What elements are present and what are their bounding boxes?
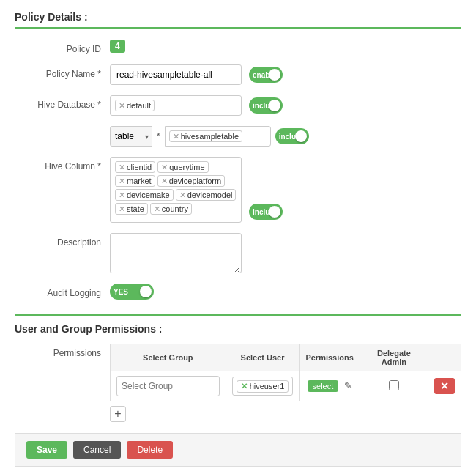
delete-row-button[interactable]: ✕	[434, 378, 455, 394]
audit-logging-toggle[interactable]: YES	[110, 284, 154, 300]
column-tag-value: clientid	[127, 163, 152, 171]
hive-column-wrap: ✕clientid✕querytime✕market✕deviceplatfor…	[110, 157, 283, 223]
col-select-group: Select Group	[111, 344, 226, 371]
table-wrap: table * ✕ hivesampletable include	[110, 126, 309, 147]
column-tag-value: state	[127, 204, 144, 213]
column-tag: ✕clientid	[115, 161, 155, 173]
col-permissions: Permissions	[300, 344, 360, 371]
user-tag: ✕ hiveuser1	[237, 380, 289, 393]
save-button[interactable]: Save	[26, 441, 67, 459]
table-row: table * ✕ hivesampletable include	[15, 126, 461, 147]
table-name-tag-remove[interactable]: ✕	[173, 133, 179, 141]
col-delegate-admin: Delegate Admin	[360, 344, 428, 371]
audit-logging-wrap: YES	[110, 284, 154, 300]
table-type-select[interactable]: table	[115, 131, 145, 141]
column-tag: ✕market	[115, 175, 155, 187]
policy-id-row: Policy ID 4	[15, 40, 461, 54]
column-tag-value: querytime	[169, 163, 204, 171]
column-tag-remove[interactable]: ✕	[119, 163, 125, 171]
permissions-section: User and Group Permissions : Permissions…	[15, 314, 461, 422]
delegate-cell	[360, 371, 428, 401]
enabled-toggle[interactable]: enabled	[249, 67, 283, 83]
hive-column-row: Hive Column * ✕clientid✕querytime✕market…	[15, 157, 461, 223]
table-star: *	[157, 131, 160, 141]
table-include-knob	[295, 130, 307, 142]
column-tag-remove[interactable]: ✕	[119, 191, 125, 199]
description-textarea[interactable]	[110, 233, 242, 273]
edit-permissions-icon[interactable]: ✎	[344, 380, 352, 391]
audit-logging-text: YES	[114, 288, 128, 296]
audit-logging-label: Audit Logging	[15, 284, 110, 298]
column-tag-value: country	[162, 204, 188, 213]
database-include-toggle[interactable]: include	[249, 97, 283, 114]
hive-database-tag-remove[interactable]: ✕	[119, 102, 125, 110]
table-name-tag-value: hivesampletable	[181, 132, 239, 141]
column-include-toggle[interactable]: include	[249, 204, 283, 220]
policy-details-title: Policy Details :	[15, 11, 461, 29]
column-tag-remove[interactable]: ✕	[154, 205, 160, 213]
audit-logging-knob	[140, 286, 152, 297]
permissions-section-title: User and Group Permissions :	[15, 323, 461, 335]
enabled-toggle-wrap[interactable]: enabled	[249, 67, 283, 83]
enabled-toggle-knob	[269, 69, 280, 81]
table-row: ✕ hiveuser1 select ✎	[111, 371, 461, 401]
column-tag: ✕devicemake	[115, 189, 174, 201]
delegate-admin-checkbox[interactable]	[389, 380, 399, 390]
policy-name-input[interactable]	[110, 64, 242, 85]
column-tag-remove[interactable]: ✕	[161, 177, 168, 185]
col-select-user: Select User	[226, 344, 300, 371]
hive-database-tag: ✕ default	[115, 100, 155, 111]
column-tag-remove[interactable]: ✕	[119, 205, 125, 213]
delete-button[interactable]: Delete	[127, 441, 173, 459]
column-tag: ✕devicemodel	[176, 189, 237, 201]
column-tag-value: devicemodel	[187, 190, 233, 199]
col-actions	[428, 344, 461, 371]
column-tag-remove[interactable]: ✕	[179, 191, 186, 199]
audit-logging-row: Audit Logging YES	[15, 284, 461, 300]
policy-name-label: Policy Name *	[15, 64, 110, 79]
policy-id-value-wrap: 4	[110, 40, 125, 53]
column-tag-remove[interactable]: ✕	[119, 177, 125, 185]
user-tag-value: hiveuser1	[250, 382, 285, 390]
delete-cell: ✕	[428, 371, 461, 401]
database-include-toggle-wrap[interactable]: include	[249, 97, 283, 114]
description-label: Description	[15, 233, 110, 248]
permissions-cell: select ✎	[300, 371, 360, 401]
table-include-toggle[interactable]: include	[275, 128, 309, 144]
hive-database-label: Hive Database *	[15, 95, 110, 110]
column-tag: ✕state	[115, 203, 148, 215]
column-tag: ✕querytime	[157, 161, 208, 173]
policy-id-badge: 4	[110, 40, 125, 53]
hive-column-label: Hive Column *	[15, 157, 110, 171]
add-row-button[interactable]: +	[110, 406, 126, 422]
column-tag-remove[interactable]: ✕	[161, 163, 168, 171]
table-include-toggle-wrap[interactable]: include	[275, 128, 309, 144]
policy-name-wrap: enabled	[110, 64, 283, 85]
column-tag-value: deviceplatform	[169, 177, 222, 185]
description-row: Description	[15, 233, 461, 273]
column-tag-value: devicemake	[127, 190, 170, 199]
select-permissions-btn[interactable]: select	[308, 380, 339, 392]
footer-actions: Save Cancel Delete	[15, 433, 461, 467]
table-label-empty	[15, 126, 110, 130]
column-include-toggle-wrap[interactable]: include	[249, 204, 283, 220]
permissions-row: Permissions Select Group Select User Per…	[15, 344, 461, 422]
hive-column-input[interactable]: ✕clientid✕querytime✕market✕deviceplatfor…	[110, 157, 242, 223]
table-name-tag: ✕ hivesampletable	[169, 130, 243, 142]
permissions-table: Select Group Select User Permissions Del…	[110, 344, 461, 401]
table-name-input[interactable]: ✕ hivesampletable	[165, 126, 271, 147]
select-group-input[interactable]	[116, 376, 220, 396]
cancel-button[interactable]: Cancel	[73, 441, 121, 459]
policy-name-row: Policy Name * enabled	[15, 64, 461, 85]
description-wrap	[110, 233, 242, 273]
permissions-table-wrap: Select Group Select User Permissions Del…	[110, 344, 461, 422]
group-cell	[111, 371, 226, 401]
column-include-knob	[269, 206, 280, 218]
table-type-select-wrapper[interactable]: table	[110, 126, 152, 147]
database-include-knob	[269, 100, 280, 111]
user-tag-remove[interactable]: ✕	[241, 382, 248, 391]
hive-database-wrap: ✕ default include	[110, 95, 283, 116]
hive-database-input[interactable]: ✕ default	[110, 95, 242, 116]
user-cell: ✕ hiveuser1	[226, 371, 300, 401]
hive-database-row: Hive Database * ✕ default include	[15, 95, 461, 116]
